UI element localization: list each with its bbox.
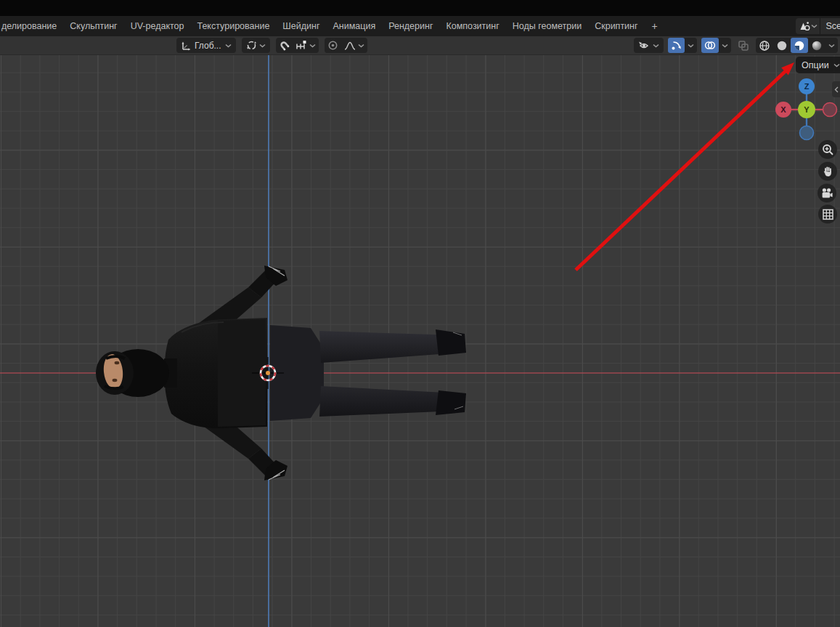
snapping-controls bbox=[276, 38, 319, 53]
gizmo-axis-neg-z bbox=[800, 126, 814, 140]
snap-toggle-button[interactable] bbox=[276, 38, 293, 53]
shading-solid-icon bbox=[776, 40, 788, 52]
top-strip bbox=[0, 0, 840, 16]
navigation-gizmo[interactable]: Z X Y bbox=[772, 77, 840, 142]
overlays-controls bbox=[701, 38, 731, 53]
transform-orientation-icon bbox=[181, 41, 191, 51]
object-visibility-eye-icon bbox=[638, 41, 651, 51]
overlays-dropdown[interactable] bbox=[719, 38, 731, 53]
scene-selector[interactable]: Sce bbox=[796, 18, 840, 34]
snap-magnet-icon bbox=[279, 40, 290, 51]
shading-solid-button[interactable] bbox=[773, 38, 791, 53]
chevron-down-icon bbox=[688, 44, 694, 48]
chevron-down-icon bbox=[358, 44, 364, 48]
snap-with-icon bbox=[295, 40, 307, 51]
workspace-tab-scripting[interactable]: Скриптинг bbox=[588, 16, 644, 36]
add-workspace-button[interactable]: + bbox=[645, 16, 665, 36]
pivot-point-icon bbox=[246, 40, 257, 51]
shading-rendered-icon bbox=[811, 40, 823, 52]
camera-view-button[interactable] bbox=[817, 184, 836, 202]
workspace-tab-rendering[interactable]: Рендеринг bbox=[382, 16, 439, 36]
show-gizmos-toggle[interactable] bbox=[668, 38, 685, 53]
shading-material-button[interactable] bbox=[791, 38, 808, 53]
shading-dropdown[interactable] bbox=[825, 38, 838, 53]
gizmo-axis-neg-x bbox=[823, 103, 837, 117]
grid-toggle-icon bbox=[822, 208, 834, 221]
chevron-down-icon bbox=[309, 44, 316, 48]
options-label: Опции bbox=[802, 60, 829, 70]
svg-text:Z: Z bbox=[804, 82, 810, 91]
viewport-canvas bbox=[0, 36, 840, 627]
workspace-tab-shading[interactable]: Шейдинг bbox=[276, 16, 326, 36]
shading-wireframe-icon bbox=[759, 40, 770, 52]
zoom-icon bbox=[822, 144, 834, 156]
chevron-down-icon bbox=[653, 44, 659, 48]
pan-button[interactable] bbox=[818, 162, 837, 181]
workspace-tab-texturing[interactable]: Текстурирование bbox=[190, 16, 276, 36]
proportional-falloff-dropdown[interactable] bbox=[341, 38, 367, 53]
shading-rendered-button[interactable] bbox=[808, 38, 825, 53]
svg-text:X: X bbox=[780, 105, 786, 114]
shading-material-icon bbox=[794, 40, 805, 52]
proportional-editing-controls bbox=[325, 38, 367, 53]
viewport-3d[interactable]: Глоб... bbox=[0, 36, 840, 627]
pan-hand-icon bbox=[822, 165, 834, 178]
scene-icon bbox=[799, 20, 811, 32]
orientation-label: Глоб... bbox=[193, 41, 223, 51]
gizmos-dropdown[interactable] bbox=[685, 38, 697, 53]
gizmos-controls bbox=[668, 38, 697, 53]
chevron-down-icon bbox=[259, 44, 266, 48]
falloff-curve-icon bbox=[344, 41, 356, 51]
snap-with-dropdown[interactable] bbox=[293, 38, 319, 53]
chevron-left-icon bbox=[834, 86, 839, 93]
svg-text:Y: Y bbox=[804, 105, 810, 114]
object-visibility-dropdown[interactable] bbox=[634, 38, 664, 53]
workspace-tab-modeling[interactable]: делирование bbox=[0, 16, 63, 36]
workspace-tab-geometry-nodes[interactable]: Ноды геометрии bbox=[506, 16, 588, 36]
show-overlays-toggle[interactable] bbox=[701, 38, 719, 53]
chevron-down-icon bbox=[833, 63, 840, 67]
workspace-tab-bar: делирование Скульптинг UV-редактор Текст… bbox=[0, 16, 840, 36]
shading-wireframe-button[interactable] bbox=[756, 38, 773, 53]
character-model[interactable] bbox=[96, 266, 466, 480]
transform-orientation-dropdown[interactable]: Глоб... bbox=[176, 38, 236, 53]
proportional-edit-toggle[interactable] bbox=[325, 38, 341, 53]
pivot-point-dropdown[interactable] bbox=[242, 38, 270, 53]
cursor-3d bbox=[252, 357, 284, 389]
workspace-tab-uv-editor[interactable]: UV-редактор bbox=[124, 16, 191, 36]
gizmos-icon bbox=[671, 40, 682, 51]
xray-toggle[interactable] bbox=[735, 38, 751, 53]
chevron-down-icon bbox=[225, 44, 232, 48]
workspace-tab-animation[interactable]: Анимация bbox=[326, 16, 382, 36]
zoom-button[interactable] bbox=[818, 140, 837, 159]
workspace-tab-compositing[interactable]: Композитинг bbox=[439, 16, 505, 36]
options-dropdown[interactable]: Опции bbox=[796, 57, 840, 73]
chevron-down-icon bbox=[722, 44, 728, 48]
workspace-tab-sculpting[interactable]: Скульптинг bbox=[63, 16, 123, 36]
chevron-down-icon bbox=[828, 44, 835, 48]
camera-view-icon bbox=[820, 187, 833, 200]
xray-icon bbox=[738, 40, 749, 52]
viewport-header: Глоб... bbox=[0, 36, 840, 55]
sidebar-toggle-tab[interactable] bbox=[832, 81, 840, 97]
shading-mode-group bbox=[756, 38, 838, 53]
scene-name[interactable]: Sce bbox=[820, 21, 840, 31]
proportional-editing-icon bbox=[327, 40, 338, 51]
blender-window: делирование Скульптинг UV-редактор Текст… bbox=[0, 0, 840, 627]
annotation-arrow bbox=[576, 62, 794, 270]
chevron-down-icon bbox=[811, 24, 817, 28]
overlays-icon bbox=[704, 40, 716, 51]
grid-toggle-button[interactable] bbox=[818, 205, 837, 224]
